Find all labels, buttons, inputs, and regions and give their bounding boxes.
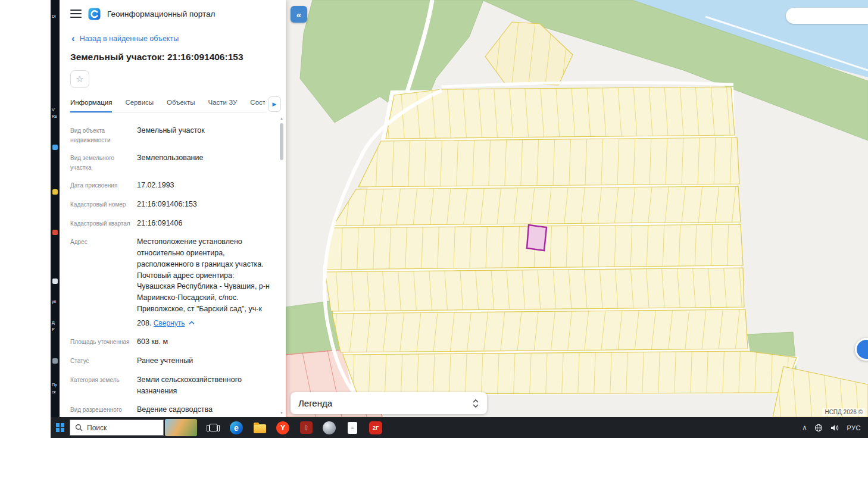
attribute-row: Адрес Местоположение установлено относит…	[70, 236, 277, 329]
selected-parcel[interactable]	[527, 225, 547, 251]
attribute-value: Землепользование	[137, 152, 273, 172]
attribute-label: Дата присвоения	[70, 180, 137, 191]
attribute-value: 21:16:091406:153	[137, 199, 273, 210]
desktop-label-fragment: уп	[52, 299, 56, 304]
attribute-row: Статус Ранее учтенный	[70, 355, 277, 367]
attribute-label: Кадастровый номер	[70, 199, 137, 210]
desktop-label-fragment: Д	[52, 320, 55, 324]
tab-parts-zu[interactable]: Части ЗУ	[208, 95, 238, 112]
desktop-edge-strip: DiVReупДРПрск	[51, 0, 60, 417]
scroll-down-arrow[interactable]: ▼	[279, 411, 285, 415]
red-badge-app-icon[interactable]: 2Г	[368, 420, 383, 436]
map-attribution: НСПД 2026 ©	[822, 408, 865, 416]
tab-composition[interactable]: Состав	[250, 95, 265, 112]
desktop-capture: DiVReупДРПрск	[51, 0, 868, 438]
panel-header: Геоинформационный портал	[60, 0, 286, 27]
search-icon	[75, 424, 83, 431]
tabs-scroll-right-button[interactable]: ▶	[268, 96, 281, 112]
desktop-label-fragment: ск	[52, 390, 56, 394]
taskbar-app-icons: e Y ▯ ≡ 2Г	[205, 420, 383, 436]
desktop-label-fragment: Р	[52, 327, 55, 331]
attributes-list: Вид объекта недвижимости Земельный участ…	[60, 117, 277, 417]
attribute-value: 21:16:091406	[137, 218, 273, 229]
desktop-icon-fragment	[52, 358, 58, 364]
attribute-row: Кадастровый квартал 21:16:091406	[70, 218, 277, 229]
taskbar: Поиск e Y ▯ ≡ 2Г	[51, 417, 868, 438]
back-link-label: Назад в найденные объекты	[80, 35, 179, 43]
star-icon: ☆	[76, 74, 83, 85]
chevron-up-icon	[189, 321, 195, 325]
attribute-row: Вид разрешенного использования Ведение с…	[70, 404, 277, 417]
tabs-row: Информация Сервисы Объекты Части ЗУ Сост…	[70, 95, 281, 113]
scrollbar-thumb[interactable]	[280, 123, 283, 160]
attribute-value: Местоположение установлено относительно …	[137, 236, 273, 329]
tab-services[interactable]: Сервисы	[125, 95, 154, 112]
attribute-value: Ранее учтенный	[137, 355, 273, 367]
attribute-label: Адрес	[70, 236, 137, 329]
desktop-icon-fragment	[52, 145, 58, 150]
object-title: Земельный участок: 21:16:091406:153	[70, 52, 275, 62]
system-tray: ∧ РУС	[802, 424, 868, 432]
task-view-icon[interactable]	[205, 420, 221, 436]
tab-bar: Информация Сервисы Объекты Части ЗУ Сост…	[70, 95, 265, 113]
red-app-icon[interactable]: ▯	[298, 420, 314, 436]
yandex-browser-icon[interactable]: Y	[275, 420, 291, 436]
tray-chevron-up-icon[interactable]: ∧	[802, 424, 807, 431]
windows-logo-icon	[56, 423, 65, 432]
gray-app-icon[interactable]	[321, 420, 337, 436]
chevron-left-icon: ‹	[71, 35, 75, 43]
legend-expand-icon[interactable]	[472, 399, 479, 408]
edge-icon[interactable]: e	[229, 420, 244, 436]
portal-title: Геоинформационный портал	[107, 10, 215, 18]
attribute-value: 17.02.1993	[137, 180, 273, 191]
attribute-label: Вид объекта недвижимости	[70, 125, 137, 145]
search-label: Поиск	[87, 424, 107, 432]
attribute-label: Категория земель	[70, 374, 137, 397]
desktop-label-fragment: Di	[52, 14, 56, 18]
globe-icon[interactable]	[814, 424, 823, 432]
collapse-panel-button[interactable]: «	[291, 6, 307, 23]
attribute-value: 603 кв. м	[137, 336, 273, 348]
geoportal-window: Геоинформационный портал ‹ Назад в найде…	[60, 0, 868, 417]
back-link[interactable]: ‹ Назад в найденные объекты	[71, 35, 286, 43]
info-panel: Геоинформационный портал ‹ Назад в найде…	[60, 0, 286, 417]
map-graphics	[286, 0, 868, 417]
document-app-icon[interactable]: ≡	[345, 420, 360, 436]
portal-logo-icon	[88, 8, 101, 20]
screen: DiVReупДРПрск	[0, 0, 868, 488]
attribute-row: Кадастровый номер 21:16:091406:153	[70, 199, 277, 210]
map-canvas[interactable]: « Легенда НСПД 2026 ©	[286, 0, 868, 417]
desktop-label-fragment: Пр	[52, 383, 57, 387]
desktop-icon-fragment	[52, 230, 58, 235]
attribute-label: Статус	[70, 355, 137, 367]
attribute-value: Ведение садоводства	[137, 404, 273, 417]
tab-objects[interactable]: Объекты	[167, 95, 195, 112]
speaker-icon[interactable]	[830, 424, 839, 431]
attribute-row: Дата присвоения 17.02.1993	[70, 180, 277, 191]
map-search-box[interactable]	[786, 8, 868, 24]
attribute-row: Категория земель Земли сельскохозяйствен…	[70, 374, 277, 397]
collapse-address-link[interactable]: Свернуть	[154, 318, 195, 329]
attribute-value: Земельный участок	[137, 125, 273, 145]
attribute-label: Площадь уточненная	[70, 336, 137, 348]
favorite-star-button[interactable]: ☆	[70, 70, 89, 88]
desktop-label-fragment: V	[52, 108, 55, 112]
legend-panel[interactable]: Легенда	[291, 392, 487, 414]
language-indicator[interactable]: РУС	[847, 424, 861, 431]
tab-information[interactable]: Информация	[70, 95, 112, 112]
hamburger-menu-button[interactable]	[70, 10, 82, 18]
file-explorer-icon[interactable]	[252, 420, 267, 436]
taskbar-search[interactable]: Поиск	[70, 420, 164, 436]
desktop-icon-fragment	[52, 189, 58, 195]
news-widget-thumbnail[interactable]	[165, 419, 197, 436]
attribute-row: Вид объекта недвижимости Земельный участ…	[70, 125, 277, 145]
attribute-row: Вид земельного участка Землепользование	[70, 152, 277, 172]
panel-scrollbar[interactable]: ▲ ▼	[279, 117, 285, 415]
attribute-label: Вид разрешенного использования	[70, 404, 137, 417]
attribute-label: Кадастровый квартал	[70, 218, 137, 229]
desktop-label-fragment: Re	[52, 114, 57, 118]
legend-title: Легенда	[298, 398, 332, 408]
scroll-up-arrow[interactable]: ▲	[279, 117, 285, 120]
attribute-value: Земли сельскохозяйственного назначения	[137, 374, 273, 397]
start-button[interactable]	[51, 417, 70, 438]
